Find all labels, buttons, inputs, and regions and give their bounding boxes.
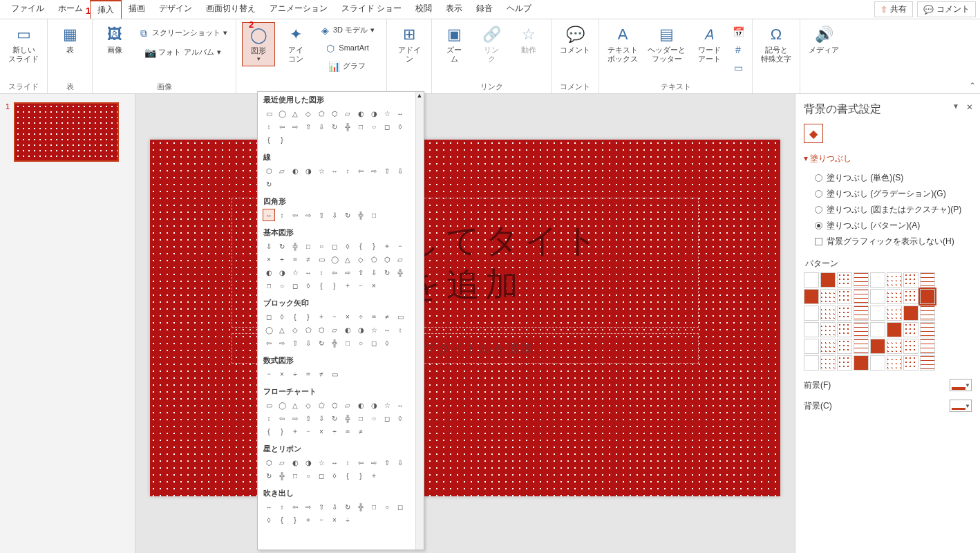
shape-item[interactable]: ⇦ [276, 121, 288, 132]
shape-item[interactable]: ⬡ [329, 108, 340, 119]
shape-item[interactable]: ↕ [342, 457, 353, 468]
pattern-swatch-35[interactable] [854, 339, 869, 354]
shape-item[interactable]: ◊ [395, 413, 406, 424]
shape-item[interactable]: ◻ [316, 470, 327, 481]
shape-item[interactable]: ◐ [355, 400, 366, 411]
shape-item[interactable]: } [368, 241, 379, 252]
shape-item[interactable]: － [316, 514, 327, 525]
pattern-swatch-37[interactable] [887, 339, 902, 354]
shape-item[interactable]: ＋ [368, 470, 379, 481]
shape-item[interactable]: { [263, 426, 274, 437]
shape-item[interactable]: ○ [368, 413, 379, 424]
shape-item[interactable]: ◇ [355, 254, 366, 265]
pattern-swatch-23[interactable] [920, 306, 935, 321]
menu-tab-0[interactable]: ファイル [4, 0, 51, 19]
object-button[interactable]: ▭ [730, 61, 746, 75]
shape-item[interactable]: ▭ [263, 400, 274, 411]
pattern-swatch-1[interactable] [820, 272, 836, 288]
fill-category-icon[interactable]: ◆ [804, 124, 823, 143]
shape-item[interactable]: △ [342, 254, 353, 265]
pattern-swatch-39[interactable] [920, 339, 935, 354]
pattern-swatch-8[interactable] [804, 289, 819, 304]
shape-item[interactable]: ↔ [263, 501, 274, 512]
shape-item[interactable]: ◑ [355, 324, 366, 335]
shape-item[interactable]: ◯ [329, 254, 340, 265]
pattern-swatch-2[interactable] [837, 272, 852, 288]
shape-item[interactable]: ↻ [263, 178, 274, 189]
shape-item[interactable]: ⇨ [303, 209, 314, 221]
shape-item[interactable]: ↕ [342, 165, 353, 176]
shape-item[interactable]: ╬ [342, 413, 353, 424]
shape-item[interactable]: ○ [355, 337, 366, 348]
table-button[interactable]: ▦表 [53, 22, 86, 57]
screenshot-button[interactable]: ⧉スクリーンショット ▾ [135, 26, 230, 40]
shape-item[interactable]: ⇦ [290, 209, 301, 221]
shape-item[interactable]: ◻ [368, 337, 379, 348]
shape-item[interactable]: ⇩ [329, 209, 340, 221]
pattern-swatch-29[interactable] [887, 322, 902, 337]
shape-item[interactable]: □ [303, 241, 314, 252]
shape-item[interactable]: ○ [381, 501, 393, 512]
pattern-swatch-25[interactable] [820, 322, 836, 337]
shape-item[interactable]: ⇦ [355, 165, 366, 176]
pattern-swatch-46[interactable] [903, 355, 918, 371]
shape-item[interactable]: ⇩ [316, 121, 327, 132]
shape-item[interactable]: ⬠ [316, 108, 327, 119]
pattern-swatch-16[interactable] [804, 306, 819, 321]
shape-item[interactable]: ☆ [290, 267, 301, 278]
shape-item[interactable]: □ [368, 209, 379, 221]
menu-tab-6[interactable]: アニメーション [263, 0, 334, 19]
hide-graphic-checkbox[interactable] [815, 238, 822, 245]
shape-item[interactable]: { [263, 134, 274, 145]
shape-item[interactable]: ⇧ [316, 209, 327, 221]
pane-options-button[interactable]: ▼ [952, 102, 959, 110]
shape-item[interactable]: ⇧ [381, 165, 393, 176]
pattern-swatch-13[interactable] [887, 289, 902, 304]
action-button[interactable]: ☆動作 [512, 22, 545, 57]
shape-item[interactable]: ↔ [395, 108, 406, 119]
addin-button[interactable]: ⊞アドイ ン [393, 22, 426, 66]
menu-tab-10[interactable]: 録音 [469, 0, 500, 19]
bg-color-picker[interactable]: ▼ [950, 400, 972, 412]
shape-item[interactable]: ◇ [290, 324, 301, 335]
shape-item[interactable]: ◊ [381, 337, 393, 348]
shape-item[interactable]: ↻ [276, 241, 288, 252]
ribbon-collapse-button[interactable]: ⌃ [969, 81, 976, 91]
pattern-swatch-20[interactable] [870, 306, 885, 321]
icons-button[interactable]: ✦アイ コン [279, 22, 312, 66]
fill-option-2[interactable]: 塗りつぶし (図またはテクスチャ)(P) [804, 202, 972, 218]
shape-item[interactable]: － [355, 280, 366, 291]
shape-item[interactable]: ◯ [276, 108, 288, 119]
shape-item[interactable]: ⇨ [368, 457, 379, 468]
shape-item[interactable]: ◻ [381, 121, 393, 132]
shape-item[interactable]: △ [290, 108, 301, 119]
link-button[interactable]: 🔗リン ク [475, 22, 508, 66]
shape-item[interactable]: ⇩ [395, 457, 406, 468]
menu-tab-4[interactable]: デザイン [152, 0, 199, 19]
shape-item[interactable]: ⬠ [316, 400, 327, 411]
shape-item[interactable]: ☆ [316, 165, 327, 176]
shape-item[interactable]: × [329, 514, 340, 525]
shape-item[interactable]: ○ [368, 121, 379, 132]
shape-item[interactable]: ↻ [263, 470, 274, 481]
shape-item[interactable]: ⇧ [303, 121, 314, 132]
pattern-swatch-43[interactable] [854, 355, 869, 371]
shape-item[interactable]: ÷ [290, 368, 301, 379]
shape-item[interactable]: × [263, 254, 274, 265]
fill-option-0[interactable]: 塗りつぶし (単色)(S) [804, 170, 972, 186]
shape-item[interactable]: □ [355, 121, 366, 132]
shape-item[interactable]: ⇩ [329, 501, 340, 512]
shape-item[interactable]: ◇ [303, 108, 314, 119]
menu-tab-5[interactable]: 画面切り替え [199, 0, 263, 19]
shape-item[interactable]: ◐ [290, 457, 301, 468]
pattern-swatch-19[interactable] [854, 306, 869, 321]
shape-item[interactable]: ↻ [329, 413, 340, 424]
shape-item[interactable]: ◑ [303, 457, 314, 468]
shape-item[interactable]: ↔ [263, 209, 274, 221]
fill-radio-1[interactable] [815, 190, 822, 198]
shape-item[interactable]: ＝ [342, 426, 353, 437]
pattern-swatch-5[interactable] [887, 272, 902, 288]
shape-item[interactable]: ↕ [316, 267, 327, 278]
shape-item[interactable]: ⇧ [290, 337, 301, 348]
shape-item[interactable]: ＝ [290, 254, 301, 265]
